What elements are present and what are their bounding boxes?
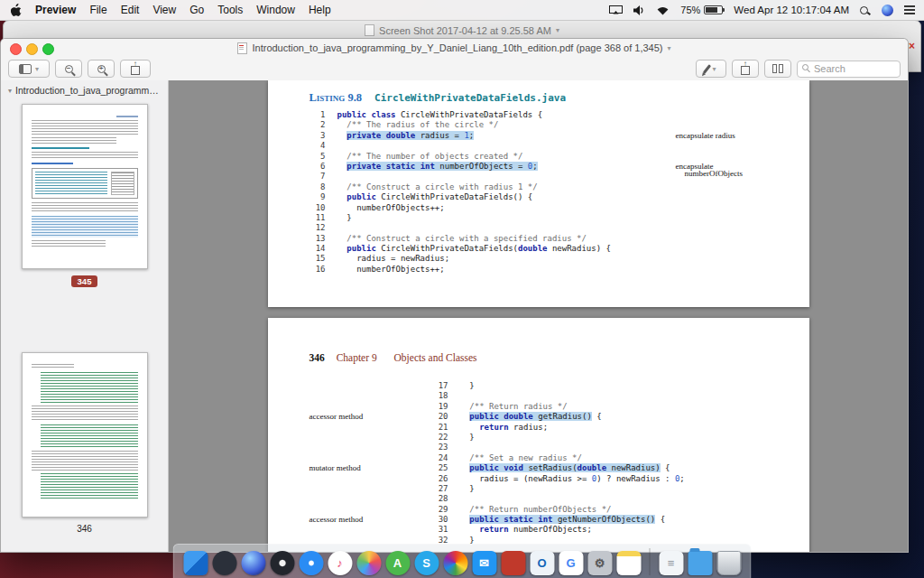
dock-siri-icon[interactable]: [241, 551, 265, 575]
menu-item-help[interactable]: Help: [309, 4, 331, 16]
window-title-bar[interactable]: Introduction_to_java_programming_by_Y_Da…: [1, 39, 908, 57]
code-listing-lines-17-32: 17 }1819 /** Return radius */20 public d…: [432, 381, 685, 545]
dock-safari-icon[interactable]: [299, 551, 323, 575]
search-field-wrap: [797, 60, 901, 78]
panels-icon: [772, 64, 783, 73]
dock-system-preferences-icon[interactable]: ⚙: [587, 551, 612, 575]
menu-bar: PreviewFileEditViewGoToolsWindowHelp 75%…: [0, 0, 924, 21]
magnifier-glyph: [860, 6, 868, 14]
chevron-down-icon: ▾: [556, 26, 559, 34]
code-line-16: 16 numberOfObjects++;: [310, 265, 611, 275]
margin-note: encapsulate radius: [676, 131, 735, 141]
dock-photos-icon[interactable]: [356, 551, 381, 575]
zoom-out-button[interactable]: −: [55, 60, 82, 78]
window-title: Introduction_to_java_programming_by_Y_Da…: [252, 42, 662, 53]
page-thumbnail-345[interactable]: [22, 104, 148, 269]
pdf-document-icon: [237, 42, 247, 54]
dock-trash-icon[interactable]: [716, 551, 741, 575]
share-button-2[interactable]: ↑: [732, 60, 759, 78]
dock-pinwheel-icon[interactable]: [443, 551, 467, 575]
menu-item-file[interactable]: File: [89, 4, 106, 16]
sidebar-section-header[interactable]: ▾ Introduction_to_java_programmin...: [1, 80, 168, 100]
code-line-26: 26 radius = (newRadius >= 0) ? newRadius…: [432, 474, 685, 484]
dock-outlook-icon[interactable]: O: [530, 551, 554, 575]
dock-skype-icon[interactable]: S: [414, 551, 439, 575]
magnifier-plus-icon: +: [97, 65, 106, 73]
share-icon: ↑: [740, 62, 751, 75]
view-options-button[interactable]: ▾: [8, 60, 50, 78]
menu-item-tools[interactable]: Tools: [217, 4, 243, 16]
dock-app-store-icon[interactable]: A: [385, 551, 410, 575]
share-arrow: ↑: [740, 60, 751, 69]
page-thumbnail-346[interactable]: [22, 352, 148, 517]
decorative-text: [32, 202, 138, 213]
share-button[interactable]: ↑: [120, 60, 151, 78]
code-line-25: 25 public void setRadius(double newRadiu…: [432, 463, 685, 473]
decorative-code-block: [41, 424, 138, 448]
listing-header: Listing 9.8 CircleWithPrivateDataFields.…: [310, 91, 567, 105]
dock-photo-booth-icon[interactable]: [270, 551, 294, 575]
preview-window: Introduction_to_java_programming_by_Y_Da…: [0, 38, 909, 553]
wifi-icon[interactable]: [656, 5, 670, 15]
zoom-in-button[interactable]: +: [88, 60, 115, 78]
code-line-28: 28: [432, 494, 685, 504]
menu-bar-clock[interactable]: Wed Apr 12 10:17:04 AM: [734, 5, 849, 15]
panels-button[interactable]: [764, 60, 791, 78]
menu-item-view[interactable]: View: [152, 4, 176, 16]
sidebar-document-name: Introduction_to_java_programmin...: [15, 85, 161, 96]
code-line-10: 10 numberOfObjects++;: [310, 203, 611, 213]
search-input[interactable]: [797, 61, 901, 78]
dock-notes-icon[interactable]: [616, 551, 641, 575]
decorative-line: [116, 116, 138, 117]
code-line-17: 17 }: [432, 381, 685, 391]
apple-menu-icon[interactable]: [11, 4, 22, 16]
battery-icon: [704, 5, 723, 14]
battery-fill: [706, 7, 717, 13]
code-line-24: 24 /** Set a new radius */: [432, 453, 685, 463]
code-line-11: 11 }: [310, 213, 611, 223]
dock-mail-icon[interactable]: ✉: [472, 551, 496, 575]
code-line-5: 5 /** The number of objects created */: [310, 152, 611, 162]
markup-button[interactable]: ▾: [696, 60, 726, 78]
menu-item-go[interactable]: Go: [189, 4, 204, 16]
chapter-title: Objects and Classes: [394, 352, 477, 363]
dock-finder-icon[interactable]: [183, 551, 208, 575]
decorative-heading: [32, 147, 89, 149]
menu-item-edit[interactable]: Edit: [121, 4, 140, 16]
minimize-button[interactable]: [26, 43, 38, 55]
mirroring-icon[interactable]: [609, 5, 623, 14]
zoom-window-button[interactable]: [42, 43, 54, 55]
sidebar-view-bar: [20, 65, 23, 73]
close-button[interactable]: [10, 43, 22, 55]
code-line-19: 19 /** Return radius */: [432, 402, 685, 412]
disclosure-triangle-icon[interactable]: ▾: [8, 87, 12, 95]
battery-indicator[interactable]: 75%: [680, 5, 723, 15]
code-line-27: 27 }: [432, 484, 685, 494]
title-chevron-icon[interactable]: ▾: [667, 44, 670, 52]
pdf-content-area[interactable]: Listing 9.8 CircleWithPrivateDataFields.…: [169, 80, 908, 552]
close-markup-icon[interactable]: ×: [909, 41, 915, 51]
menu-item-preview[interactable]: Preview: [35, 4, 76, 16]
chevron-down-icon: ▾: [712, 65, 716, 73]
dock-google-icon[interactable]: G: [559, 551, 583, 575]
notification-center-icon[interactable]: [904, 5, 915, 14]
siri-orb: [882, 5, 893, 16]
listing-label: Listing 9.8: [310, 91, 363, 105]
dock-itunes-icon[interactable]: ♪: [328, 551, 352, 575]
volume-icon[interactable]: [633, 5, 645, 15]
share-arrow: ↑: [130, 60, 141, 69]
pencil-icon: [703, 64, 711, 74]
dock-document-icon[interactable]: ≡: [659, 551, 683, 575]
code-line-18: 18: [432, 391, 685, 401]
chapter-header: 346 Chapter 9 Objects and Classes: [310, 352, 477, 363]
spotlight-icon[interactable]: [860, 6, 871, 14]
dock-downloads-folder-icon[interactable]: [688, 551, 712, 575]
menu-item-window[interactable]: Window: [256, 4, 295, 16]
decorative-code-block: [41, 372, 138, 403]
menu-bar-left: PreviewFileEditViewGoToolsWindowHelp: [0, 4, 331, 16]
dock-launchpad-icon[interactable]: [212, 551, 236, 575]
decorative-text: [32, 406, 138, 422]
siri-icon[interactable]: [882, 5, 893, 16]
search-magnifier-icon: [802, 64, 808, 70]
dock-adobe-icon[interactable]: [501, 551, 525, 575]
